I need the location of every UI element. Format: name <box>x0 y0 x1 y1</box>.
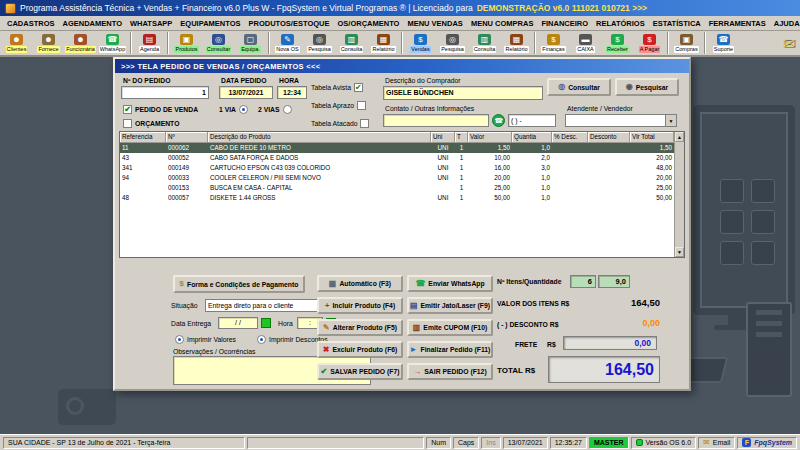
column-header-referencia[interactable]: Referencia <box>120 132 166 143</box>
calendar-picker-button[interactable] <box>261 318 271 328</box>
exit-order-button[interactable]: → SAIR PEDIDO (F12) <box>407 363 493 380</box>
delete-product-button[interactable]: ✖ Excluir Produto (F6) <box>317 341 403 358</box>
save-order-button[interactable]: ✔ SALVAR PEDIDO (F7) <box>317 363 403 380</box>
payment-terms-button[interactable]: $ Forma e Condições de Pagamento <box>173 275 305 293</box>
toolbar-consulta-button[interactable]: ▥Consulta <box>469 31 500 55</box>
buyer-field[interactable]: GISELE BÜNDCHEN <box>383 86 543 100</box>
one-copy-radio[interactable] <box>239 105 248 114</box>
menu-produtos-estoque[interactable]: PRODUTOS/ESTOQUE <box>245 18 334 29</box>
column-header-uni[interactable]: Uni <box>431 132 455 143</box>
automatic-button[interactable]: ▦ Automático (F3) <box>317 275 403 292</box>
term-table-checkbox[interactable]: Tabela Aprazo <box>311 101 366 110</box>
sale-order-checkbox[interactable]: ✔ PEDIDO DE VENDA <box>123 105 198 114</box>
edit-product-button[interactable]: ✎ Alterar Produto (F5) <box>317 319 403 336</box>
search-button[interactable]: ◉ Pesquisar <box>615 78 679 96</box>
menu-menu-vendas[interactable]: MENU VENDAS <box>403 18 466 29</box>
cash-table-checkbox[interactable]: Tabela Avista ✔ <box>311 83 363 92</box>
toolbar-finan-as-button[interactable]: $Finanças <box>538 31 569 55</box>
status-email[interactable]: ✉ Email <box>698 437 735 449</box>
toolbar-relat-rio-button[interactable]: ▦Relatório <box>501 31 532 55</box>
menu-financeiro[interactable]: FINANCEIRO <box>537 18 592 29</box>
print-values-radio-row[interactable]: Imprimir Valores <box>175 335 236 344</box>
phone-field[interactable]: ( ) - <box>508 114 556 127</box>
whatsapp-icon[interactable]: ☎ <box>492 114 505 127</box>
order-time-field[interactable]: 12:34 <box>277 86 307 99</box>
column-header-t[interactable]: T <box>455 132 468 143</box>
menu-agendamento[interactable]: AGENDAMENTO <box>59 18 126 29</box>
window-titlebar[interactable]: >>> TELA PEDIDO DE VENDAS / ORÇAMENTOS <… <box>115 59 689 73</box>
toolbar-vendas-button[interactable]: $Vendas <box>405 31 436 55</box>
toolbar-consulta-button[interactable]: ▥Consulta <box>336 31 367 55</box>
print-values-radio[interactable] <box>175 335 184 344</box>
order-date-label: DATA PEDIDO <box>221 77 267 84</box>
table-row[interactable]: 43000052CABO SATA FORÇA E DADOSUNI110,00… <box>120 153 674 163</box>
finalize-order-button[interactable]: ► Finalizar Pedido (F11) <box>407 341 493 358</box>
table-row[interactable]: 94000033COOLER CELERON / PIII SEMI NOVOU… <box>120 173 674 183</box>
column-header-quantia[interactable]: Quantia <box>512 132 552 143</box>
one-copy-label: 1 VIA <box>219 106 236 113</box>
toolbar-produtos-button[interactable]: ▣Produtos <box>171 31 202 55</box>
column-header-vlr-total[interactable]: Vlr Total <box>630 132 674 143</box>
table-scrollbar[interactable]: ▲ ▼ <box>674 132 684 257</box>
table-cell: 48 <box>120 193 166 203</box>
column-header-desc[interactable]: % Desc. <box>552 132 588 143</box>
menu-os-or-amento[interactable]: OS/ORÇAMENTO <box>334 18 404 29</box>
buyer-label: Descrição do Comprador <box>385 77 461 84</box>
toolbar-suporte-button[interactable]: ☎Suporte <box>708 31 739 55</box>
freight-field[interactable]: 0,00 <box>563 336 657 350</box>
toolbar-funcion-ria-button[interactable]: ☻Funcionária <box>65 31 96 55</box>
consult-button[interactable]: ◎ Consultar <box>547 78 611 96</box>
delivery-date-field[interactable]: / / <box>218 317 258 329</box>
toolbar-clientes-button[interactable]: ☻Clientes <box>1 31 32 55</box>
order-number-field[interactable]: 1 <box>121 86 209 99</box>
table-cell: 1,50 <box>468 143 512 153</box>
table-row[interactable]: 000153BUSCA EM CASA - CAPITAL125,001,025… <box>120 183 674 193</box>
toolbar-email-button[interactable]: ✉ <box>782 31 795 55</box>
toolbar-pesquisa-button[interactable]: ◎Pesquisa <box>304 31 335 55</box>
two-copies-radio[interactable] <box>283 105 292 114</box>
menu-equipamentos[interactable]: EQUIPAMENTOS <box>176 18 244 29</box>
menu-cadastros[interactable]: CADASTROS <box>3 18 59 29</box>
toolbar-fornece-button[interactable]: ☻Fornece <box>33 31 64 55</box>
scroll-up-icon[interactable]: ▲ <box>675 132 684 142</box>
table-row[interactable]: 48000057DISKETE 1.44 GROSSUNI150,001,050… <box>120 193 674 203</box>
pesquisa-icon: ◎ <box>313 34 326 45</box>
toolbar-nova-os-button[interactable]: ✎Nova OS <box>272 31 303 55</box>
send-whatsapp-button[interactable]: ☎ Enviar WhatsApp <box>407 275 493 292</box>
menu-relat-rios[interactable]: RELATÓRIOS <box>592 18 649 29</box>
print-laser-button[interactable]: ▤ Emitir Jato/Laser (F9) <box>407 297 493 314</box>
toolbar-receber-button[interactable]: $Receber <box>602 31 633 55</box>
add-product-button[interactable]: + Incluir Produto (F4) <box>317 297 403 314</box>
toolbar-caixa-button[interactable]: ▬CAIXA <box>570 31 601 55</box>
print-receipt-button[interactable]: ▥ Emite CUPOM (F10) <box>407 319 493 336</box>
toolbar-pesquisa-button[interactable]: ◎Pesquisa <box>437 31 468 55</box>
toolbar-consultar-button[interactable]: ◎Consultar <box>203 31 234 55</box>
chevron-down-icon[interactable]: ▼ <box>665 115 676 126</box>
column-header-valor[interactable]: Valor <box>468 132 512 143</box>
menu-estat-stica[interactable]: ESTATÍSTICA <box>649 18 705 29</box>
print-discounts-radio[interactable] <box>257 335 266 344</box>
menu-ajuda[interactable]: AJUDA <box>770 18 800 29</box>
quote-checkbox[interactable]: ORÇAMENTO <box>123 119 179 128</box>
wholesale-table-checkbox[interactable]: Tabela Atacado <box>311 119 369 128</box>
toolbar-agenda-button[interactable]: ▤Agenda <box>134 31 165 55</box>
salesperson-combo[interactable]: ▼ <box>565 114 677 127</box>
menu-whatsapp[interactable]: WHATSAPP <box>126 18 176 29</box>
column-header-desconto[interactable]: Desconto <box>588 132 630 143</box>
contact-field[interactable] <box>383 114 489 127</box>
scroll-down-icon[interactable]: ▼ <box>675 247 684 257</box>
column-header-n[interactable]: Nº <box>166 132 208 143</box>
toolbar-a-pagar-button[interactable]: $A Pagar <box>634 31 665 55</box>
toolbar-compras-button[interactable]: ▣Compras <box>671 31 702 55</box>
table-cell: 000057 <box>166 193 208 203</box>
toolbar-whatsapp-button[interactable]: ☎WhatsApp <box>97 31 128 55</box>
order-date-field[interactable]: 13/07/2021 <box>219 86 273 99</box>
table-row[interactable]: 11000062CABO DE REDE 10 METROUNI11,501,0… <box>120 143 674 153</box>
menu-menu-compras[interactable]: MENU COMPRAS <box>467 18 538 29</box>
column-header-descri-o-do-produto[interactable]: Descrição do Produto <box>208 132 431 143</box>
menu-ferramentas[interactable]: FERRAMENTAS <box>705 18 770 29</box>
table-row[interactable]: 341000149CARTUCHO EPSON C43 039 COLORIDO… <box>120 163 674 173</box>
table-cell: 1,0 <box>512 143 552 153</box>
toolbar-equipa-button[interactable]: ▢Equipa. <box>235 31 266 55</box>
toolbar-relat-rio-button[interactable]: ▦Relatório <box>368 31 399 55</box>
